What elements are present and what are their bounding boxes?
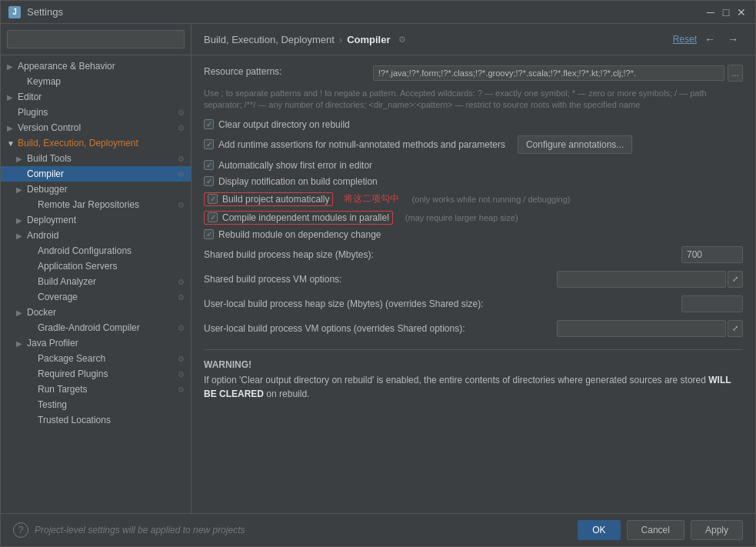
sidebar-item-debugger[interactable]: ▶ Debugger [1, 182, 191, 197]
clear-output-label: Clear output directory on rebuild [218, 119, 350, 130]
shared-heap-input[interactable] [681, 246, 743, 263]
user-vm-label: User-local build process VM options (ove… [204, 323, 551, 334]
close-button[interactable]: ✕ [735, 6, 748, 18]
sidebar-item-label: Editor [18, 92, 42, 102]
clear-output-checkbox[interactable] [204, 119, 214, 129]
build-auto-note: (only works while not running / debuggin… [411, 195, 570, 204]
arrow-icon: ▶ [16, 339, 27, 348]
display-notification-checkbox[interactable] [204, 176, 214, 186]
user-vm-input[interactable] [557, 320, 726, 337]
arrow-placeholder [27, 247, 38, 255]
sidebar-item-label: Keymap [27, 76, 61, 87]
shared-vm-input[interactable] [557, 271, 726, 288]
shared-vm-label: Shared build process VM options: [204, 274, 551, 285]
arrow-icon: ▶ [16, 155, 27, 163]
sidebar-item-label: Android [27, 230, 58, 241]
sidebar-item-remote-jar[interactable]: Remote Jar Repositories ⚙ [1, 197, 191, 212]
sidebar-item-coverage[interactable]: Coverage ⚙ [1, 289, 191, 305]
arrow-placeholder [27, 262, 38, 271]
footer-buttons: OK Cancel Apply [578, 520, 743, 540]
sidebar-item-keymap[interactable]: Keymap [1, 74, 191, 89]
arrow-icon: ▶ [16, 185, 27, 194]
checkbox-display-notification: Display notification on build completion [204, 176, 743, 187]
sidebar-item-run-targets[interactable]: Run Targets ⚙ [1, 382, 191, 397]
sync-icon: ⚙ [178, 278, 185, 286]
sidebar-item-package-search[interactable]: Package Search ⚙ [1, 351, 191, 366]
sidebar-item-appearance[interactable]: ▶ Appearance & Behavior [1, 58, 191, 74]
main-content: ▶ Appearance & Behavior Keymap ▶ Editor … [1, 24, 755, 513]
sidebar-item-build-analyzer[interactable]: Build Analyzer ⚙ [1, 274, 191, 289]
sidebar-item-version-control[interactable]: ▶ Version Control ⚙ [1, 120, 191, 135]
sync-icon: ⚙ [178, 355, 185, 363]
cancel-button[interactable]: Cancel [627, 520, 684, 540]
arrow-icon: ▼ [7, 139, 18, 148]
user-vm-expand-button[interactable]: ⤢ [728, 320, 743, 337]
sidebar-item-docker[interactable]: ▶ Docker [1, 305, 191, 320]
add-runtime-checkbox[interactable] [204, 139, 214, 149]
sidebar-item-label: Gradle-Android Compiler [38, 322, 140, 333]
sidebar-item-gradle-android[interactable]: Gradle-Android Compiler ⚙ [1, 320, 191, 335]
arrow-placeholder [27, 324, 38, 332]
panel-header: Build, Execution, Deployment › Compiler … [191, 24, 755, 55]
search-input[interactable] [7, 30, 185, 48]
shared-vm-input-wrapper: ⤢ [557, 271, 743, 288]
apply-button[interactable]: Apply [691, 520, 743, 540]
sidebar-item-label: Docker [27, 307, 56, 318]
arrow-placeholder [27, 401, 38, 409]
sidebar-item-java-profiler[interactable]: ▶ Java Profiler [1, 335, 191, 351]
breadcrumb: Build, Execution, Deployment › Compiler … [204, 34, 673, 45]
sidebar-item-app-servers[interactable]: Application Servers [1, 258, 191, 274]
ok-button[interactable]: OK [578, 520, 620, 540]
sidebar-item-deployment[interactable]: ▶ Deployment [1, 212, 191, 228]
warning-body: If option 'Clear output directory on reb… [204, 373, 743, 401]
sidebar-item-compiler[interactable]: Compiler ⚙ [1, 166, 191, 182]
sidebar-item-android-configs[interactable]: Android Configurations [1, 243, 191, 258]
compile-parallel-note: (may require larger heap size) [405, 213, 518, 222]
help-button[interactable]: ? [13, 522, 28, 538]
sync-icon: ⚙ [178, 370, 185, 379]
maximize-button[interactable]: □ [720, 6, 732, 18]
arrow-placeholder [7, 108, 18, 117]
configure-annotations-button[interactable]: Configure annotations... [518, 135, 632, 154]
sidebar-item-required-plugins[interactable]: Required Plugins ⚙ [1, 366, 191, 382]
compile-parallel-label: Compile independent modules in parallel [222, 212, 389, 223]
user-heap-input[interactable] [681, 295, 743, 312]
sidebar-item-build-execution[interactable]: ▼ Build, Execution, Deployment [1, 135, 191, 151]
sync-icon: ⚙ [178, 201, 185, 209]
back-button[interactable]: ← [700, 32, 720, 47]
sidebar-item-build-tools[interactable]: ▶ Build Tools ⚙ [1, 151, 191, 166]
arrow-placeholder [16, 170, 27, 178]
arrow-icon: ▶ [7, 62, 18, 71]
warning-section: WARNING! If option 'Clear output directo… [204, 349, 743, 401]
build-auto-checkbox[interactable] [208, 194, 218, 204]
sync-icon: ⚙ [178, 324, 185, 332]
expand-button[interactable]: … [728, 65, 743, 82]
sidebar-item-label: Plugins [18, 107, 48, 118]
sidebar-item-testing[interactable]: Testing [1, 397, 191, 412]
sidebar-item-label: Java Profiler [27, 338, 78, 349]
checkbox-auto-show: Automatically show first error in editor [204, 160, 743, 171]
forward-button[interactable]: → [723, 32, 743, 47]
arrow-placeholder [27, 416, 38, 425]
sidebar-item-android[interactable]: ▶ Android [1, 228, 191, 243]
breadcrumb-separator: › [339, 34, 342, 45]
footer: ? Project-level settings will be applied… [1, 513, 755, 546]
sidebar-item-label: Debugger [27, 184, 68, 195]
auto-show-checkbox[interactable] [204, 160, 214, 170]
compile-parallel-checkbox[interactable] [208, 212, 218, 222]
warning-title: WARNING! [204, 359, 743, 370]
sidebar-item-trusted-locations[interactable]: Trusted Locations [1, 412, 191, 428]
shared-vm-expand-button[interactable]: ⤢ [728, 271, 743, 288]
resource-patterns-input[interactable] [373, 65, 724, 81]
user-vm-input-wrapper: ⤢ [557, 320, 743, 337]
arrow-placeholder [27, 385, 38, 394]
annotation-text: 将这二项勾中 [344, 192, 399, 205]
user-heap-label: User-local build process heap size (Mbyt… [204, 299, 675, 309]
sidebar-item-plugins[interactable]: Plugins ⚙ [1, 105, 191, 120]
rebuild-module-checkbox[interactable] [204, 229, 214, 239]
sync-icon: ⚙ [178, 385, 185, 394]
resource-patterns-label: Resource patterns: [204, 65, 373, 77]
sidebar-item-editor[interactable]: ▶ Editor [1, 89, 191, 105]
reset-button[interactable]: Reset [673, 34, 697, 45]
minimize-button[interactable]: ─ [704, 6, 717, 18]
